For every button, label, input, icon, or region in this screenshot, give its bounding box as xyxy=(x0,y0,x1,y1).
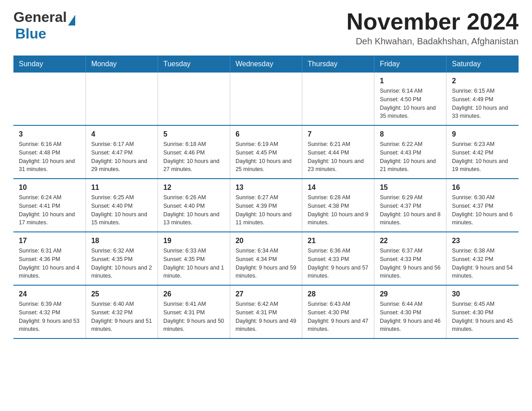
day-info: Sunrise: 6:34 AM Sunset: 4:34 PM Dayligh… xyxy=(236,247,296,280)
day-number: 2 xyxy=(452,77,513,85)
cell-w1-d3 xyxy=(230,73,302,125)
week-row-5: 24Sunrise: 6:39 AM Sunset: 4:32 PM Dayli… xyxy=(13,285,519,338)
day-info: Sunrise: 6:30 AM Sunset: 4:37 PM Dayligh… xyxy=(452,193,513,227)
day-info: Sunrise: 6:21 AM Sunset: 4:44 PM Dayligh… xyxy=(308,140,369,174)
cell-w2-d5: 8Sunrise: 6:22 AM Sunset: 4:43 PM Daylig… xyxy=(374,125,446,179)
header-sunday: Sunday xyxy=(13,56,86,73)
day-number: 10 xyxy=(19,184,80,192)
cell-w3-d6: 16Sunrise: 6:30 AM Sunset: 4:37 PM Dayli… xyxy=(446,179,519,232)
day-number: 8 xyxy=(380,130,441,138)
cell-w4-d6: 23Sunrise: 6:38 AM Sunset: 4:32 PM Dayli… xyxy=(446,232,519,285)
cell-w5-d4: 28Sunrise: 6:43 AM Sunset: 4:30 PM Dayli… xyxy=(302,285,374,338)
day-info: Sunrise: 6:25 AM Sunset: 4:40 PM Dayligh… xyxy=(91,193,152,227)
header-saturday: Saturday xyxy=(446,56,519,73)
day-info: Sunrise: 6:38 AM Sunset: 4:32 PM Dayligh… xyxy=(452,247,513,280)
day-info: Sunrise: 6:33 AM Sunset: 4:35 PM Dayligh… xyxy=(163,247,224,280)
day-number: 26 xyxy=(163,290,224,298)
day-info: Sunrise: 6:14 AM Sunset: 4:50 PM Dayligh… xyxy=(380,87,441,120)
day-info: Sunrise: 6:24 AM Sunset: 4:41 PM Dayligh… xyxy=(19,193,80,227)
day-number: 17 xyxy=(19,237,80,245)
day-info: Sunrise: 6:45 AM Sunset: 4:30 PM Dayligh… xyxy=(452,300,513,334)
day-info: Sunrise: 6:29 AM Sunset: 4:37 PM Dayligh… xyxy=(380,193,441,227)
day-number: 29 xyxy=(380,290,441,298)
cell-w1-d5: 1Sunrise: 6:14 AM Sunset: 4:50 PM Daylig… xyxy=(374,73,446,125)
day-number: 21 xyxy=(308,237,369,245)
day-number: 1 xyxy=(380,77,441,85)
logo-blue-text: Blue xyxy=(13,26,46,42)
cell-w5-d0: 24Sunrise: 6:39 AM Sunset: 4:32 PM Dayli… xyxy=(13,285,86,338)
week-row-2: 3Sunrise: 6:16 AM Sunset: 4:48 PM Daylig… xyxy=(13,125,519,179)
header-wednesday: Wednesday xyxy=(230,56,302,73)
day-info: Sunrise: 6:15 AM Sunset: 4:49 PM Dayligh… xyxy=(452,87,513,120)
cell-w4-d1: 18Sunrise: 6:32 AM Sunset: 4:35 PM Dayli… xyxy=(86,232,158,285)
day-number: 22 xyxy=(380,237,441,245)
day-info: Sunrise: 6:43 AM Sunset: 4:30 PM Dayligh… xyxy=(308,300,369,334)
header-monday: Monday xyxy=(86,56,158,73)
header-friday: Friday xyxy=(374,56,446,73)
day-number: 13 xyxy=(236,184,296,192)
day-number: 25 xyxy=(91,290,152,298)
cell-w2-d4: 7Sunrise: 6:21 AM Sunset: 4:44 PM Daylig… xyxy=(302,125,374,179)
cell-w4-d5: 22Sunrise: 6:37 AM Sunset: 4:33 PM Dayli… xyxy=(374,232,446,285)
cell-w5-d1: 25Sunrise: 6:40 AM Sunset: 4:32 PM Dayli… xyxy=(86,285,158,338)
cell-w2-d0: 3Sunrise: 6:16 AM Sunset: 4:48 PM Daylig… xyxy=(13,125,86,179)
day-info: Sunrise: 6:36 AM Sunset: 4:33 PM Dayligh… xyxy=(308,247,369,280)
cell-w2-d3: 6Sunrise: 6:19 AM Sunset: 4:45 PM Daylig… xyxy=(230,125,302,179)
logo-general-text: General xyxy=(13,9,75,26)
day-info: Sunrise: 6:16 AM Sunset: 4:48 PM Dayligh… xyxy=(19,140,80,174)
cell-w3-d5: 15Sunrise: 6:29 AM Sunset: 4:37 PM Dayli… xyxy=(374,179,446,232)
title-section: November 2024 Deh Khwahan, Badakhshan, A… xyxy=(347,9,519,47)
cell-w5-d3: 27Sunrise: 6:42 AM Sunset: 4:31 PM Dayli… xyxy=(230,285,302,338)
cell-w1-d4 xyxy=(302,73,374,125)
week-row-4: 17Sunrise: 6:31 AM Sunset: 4:36 PM Dayli… xyxy=(13,232,519,285)
day-number: 23 xyxy=(452,237,513,245)
day-info: Sunrise: 6:17 AM Sunset: 4:47 PM Dayligh… xyxy=(91,140,152,174)
cell-w5-d6: 30Sunrise: 6:45 AM Sunset: 4:30 PM Dayli… xyxy=(446,285,519,338)
day-info: Sunrise: 6:40 AM Sunset: 4:32 PM Dayligh… xyxy=(91,300,152,334)
page-header: General Blue November 2024 Deh Khwahan, … xyxy=(13,9,519,47)
logo: General Blue xyxy=(13,9,75,42)
cell-w4-d4: 21Sunrise: 6:36 AM Sunset: 4:33 PM Dayli… xyxy=(302,232,374,285)
day-info: Sunrise: 6:22 AM Sunset: 4:43 PM Dayligh… xyxy=(380,140,441,174)
day-number: 15 xyxy=(380,184,441,192)
day-info: Sunrise: 6:26 AM Sunset: 4:40 PM Dayligh… xyxy=(163,193,224,227)
day-number: 7 xyxy=(308,130,369,138)
day-header-row: SundayMondayTuesdayWednesdayThursdayFrid… xyxy=(13,56,519,73)
day-number: 6 xyxy=(236,130,296,138)
cell-w5-d5: 29Sunrise: 6:44 AM Sunset: 4:30 PM Dayli… xyxy=(374,285,446,338)
cell-w2-d2: 5Sunrise: 6:18 AM Sunset: 4:46 PM Daylig… xyxy=(158,125,230,179)
day-info: Sunrise: 6:23 AM Sunset: 4:42 PM Dayligh… xyxy=(452,140,513,174)
day-info: Sunrise: 6:39 AM Sunset: 4:32 PM Dayligh… xyxy=(19,300,80,334)
cell-w2-d6: 9Sunrise: 6:23 AM Sunset: 4:42 PM Daylig… xyxy=(446,125,519,179)
day-info: Sunrise: 6:31 AM Sunset: 4:36 PM Dayligh… xyxy=(19,247,80,280)
day-number: 4 xyxy=(91,130,152,138)
cell-w2-d1: 4Sunrise: 6:17 AM Sunset: 4:47 PM Daylig… xyxy=(86,125,158,179)
day-number: 3 xyxy=(19,130,80,138)
day-number: 20 xyxy=(236,237,296,245)
cell-w1-d0 xyxy=(13,73,86,125)
calendar-header: SundayMondayTuesdayWednesdayThursdayFrid… xyxy=(13,56,519,73)
cell-w5-d2: 26Sunrise: 6:41 AM Sunset: 4:31 PM Dayli… xyxy=(158,285,230,338)
calendar-table: SundayMondayTuesdayWednesdayThursdayFrid… xyxy=(13,56,519,339)
day-number: 9 xyxy=(452,130,513,138)
cell-w3-d3: 13Sunrise: 6:27 AM Sunset: 4:39 PM Dayli… xyxy=(230,179,302,232)
day-number: 12 xyxy=(163,184,224,192)
day-number: 24 xyxy=(19,290,80,298)
cell-w1-d2 xyxy=(158,73,230,125)
cell-w3-d1: 11Sunrise: 6:25 AM Sunset: 4:40 PM Dayli… xyxy=(86,179,158,232)
month-title: November 2024 xyxy=(347,9,519,34)
day-info: Sunrise: 6:42 AM Sunset: 4:31 PM Dayligh… xyxy=(236,300,296,334)
logo-triangle-icon xyxy=(68,15,75,26)
day-number: 28 xyxy=(308,290,369,298)
day-number: 27 xyxy=(236,290,296,298)
day-info: Sunrise: 6:37 AM Sunset: 4:33 PM Dayligh… xyxy=(380,247,441,280)
header-tuesday: Tuesday xyxy=(158,56,230,73)
day-number: 19 xyxy=(163,237,224,245)
cell-w4-d0: 17Sunrise: 6:31 AM Sunset: 4:36 PM Dayli… xyxy=(13,232,86,285)
day-number: 16 xyxy=(452,184,513,192)
location-subtitle: Deh Khwahan, Badakhshan, Afghanistan xyxy=(347,36,519,47)
day-number: 18 xyxy=(91,237,152,245)
day-info: Sunrise: 6:32 AM Sunset: 4:35 PM Dayligh… xyxy=(91,247,152,280)
week-row-3: 10Sunrise: 6:24 AM Sunset: 4:41 PM Dayli… xyxy=(13,179,519,232)
day-info: Sunrise: 6:19 AM Sunset: 4:45 PM Dayligh… xyxy=(236,140,296,174)
